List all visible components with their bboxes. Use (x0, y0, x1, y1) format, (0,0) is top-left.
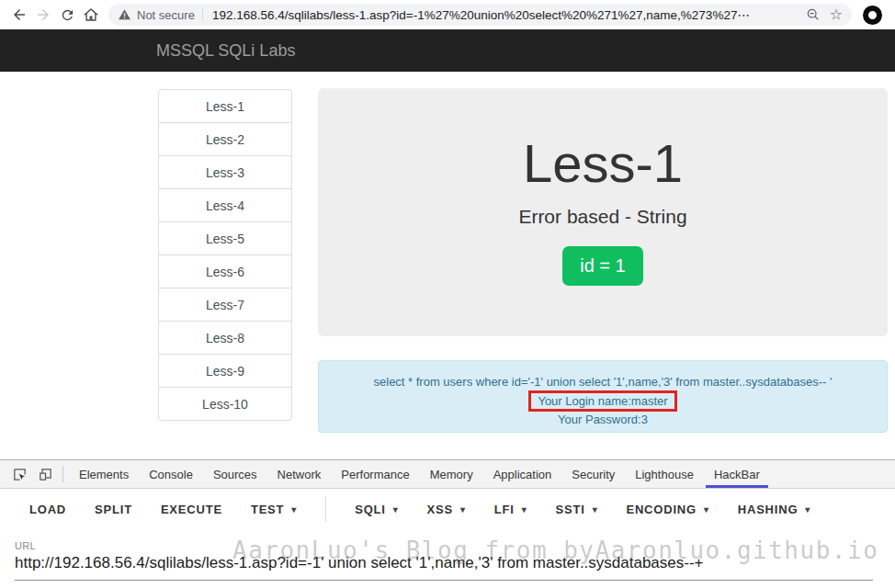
chevron-down-icon: ▾ (522, 504, 527, 514)
tab-console[interactable]: Console (139, 460, 203, 488)
url-text: 192.168.56.4/sqlilabs/less-1.asp?id=-1%2… (212, 7, 797, 22)
tab-application[interactable]: Application (483, 460, 562, 488)
forward-icon[interactable] (31, 3, 55, 27)
chevron-down-icon: ▾ (460, 504, 466, 514)
hackbar-toolbar: LOADSPLITEXECUTETEST▾SQLI▾XSS▾LFI▾SSTI▾E… (0, 489, 895, 529)
chevron-down-icon: ▾ (704, 504, 709, 514)
reload-icon[interactable] (55, 3, 79, 27)
tabbar-divider (62, 466, 63, 482)
tab-hackbar[interactable]: HackBar (704, 460, 770, 488)
chevron-down-icon: ▾ (805, 504, 810, 514)
login-annotation-box: Your Login name:master (528, 390, 676, 412)
hackbar-button-encoding[interactable]: ENCODING▾ (626, 503, 708, 516)
site-navbar: MSSQL SQLi Labs (0, 29, 895, 72)
inspect-element-icon[interactable] (7, 463, 31, 485)
url-field-label: URL (15, 540, 873, 551)
lesson-panel: Less-1 Error based - String id = 1 (318, 88, 888, 336)
browser-window: Not secure 192.168.56.4/sqlilabs/less-1.… (0, 0, 895, 588)
sidebar-item-less-7[interactable]: Less-7 (158, 288, 292, 322)
sidebar-item-less-3[interactable]: Less-3 (158, 155, 292, 189)
back-icon[interactable] (7, 3, 31, 27)
devtools-tabs: ElementsConsoleSourcesNetworkPerformance… (69, 460, 770, 488)
sidebar-item-less-2[interactable]: Less-2 (158, 122, 292, 156)
device-toolbar-icon[interactable] (33, 463, 57, 485)
not-secure-warning-icon (118, 8, 131, 21)
sidebar-item-less-8[interactable]: Less-8 (158, 321, 292, 355)
sidebar-item-less-1[interactable]: Less-1 (158, 89, 292, 123)
sidebar-item-less-6[interactable]: Less-6 (158, 254, 292, 288)
devtools-tabbar: ElementsConsoleSourcesNetworkPerformance… (0, 460, 895, 489)
tab-elements[interactable]: Elements (69, 460, 139, 488)
devtools-panel: ElementsConsoleSourcesNetworkPerformance… (0, 459, 895, 588)
query-result-alert: select * from users where id='-1' union … (318, 360, 888, 433)
browser-toolbar: Not secure 192.168.56.4/sqlilabs/less-1.… (0, 0, 895, 29)
toolbar-divider (325, 496, 326, 522)
tab-performance[interactable]: Performance (331, 460, 419, 488)
hackbar-button-load[interactable]: LOAD (29, 503, 66, 516)
hackbar-button-ssti[interactable]: SSTI▾ (556, 503, 598, 516)
sidebar-item-less-4[interactable]: Less-4 (158, 188, 292, 222)
chip-divider (202, 8, 203, 21)
tab-memory[interactable]: Memory (420, 460, 483, 488)
hackbar-button-execute[interactable]: EXECUTE (161, 503, 222, 516)
tab-security[interactable]: Security (561, 460, 625, 488)
home-icon[interactable] (79, 3, 103, 27)
param-id-button[interactable]: id = 1 (562, 246, 642, 286)
lesson-subtitle: Error based - String (318, 206, 888, 228)
sidebar-item-less-5[interactable]: Less-5 (158, 221, 292, 255)
profile-avatar-icon[interactable] (863, 6, 882, 25)
chevron-down-icon: ▾ (593, 504, 598, 514)
tab-network[interactable]: Network (267, 460, 332, 488)
zoom-out-icon[interactable] (806, 7, 821, 22)
hackbar-url-area: URL http://192.168.56.4/sqlilabs/less-1.… (15, 540, 873, 581)
security-chip-label: Not secure (137, 8, 195, 22)
hackbar-url-input[interactable]: http://192.168.56.4/sqlilabs/less-1.asp?… (15, 554, 873, 581)
sql-query-line: select * from users where id='-1' union … (319, 374, 887, 390)
hackbar-button-lfi[interactable]: LFI▾ (494, 503, 527, 516)
sidebar-item-less-9[interactable]: Less-9 (158, 354, 292, 388)
hackbar-button-split[interactable]: SPLIT (95, 503, 132, 516)
tab-sources[interactable]: Sources (203, 460, 267, 488)
address-bar[interactable]: Not secure 192.168.56.4/sqlilabs/less-1.… (108, 4, 852, 26)
lesson-title: Less-1 (318, 134, 888, 193)
chevron-down-icon: ▾ (291, 504, 297, 514)
sidebar-item-less-10[interactable]: Less-10 (158, 387, 292, 421)
tab-lighthouse[interactable]: Lighthouse (625, 460, 704, 488)
hackbar-button-test[interactable]: TEST▾ (251, 503, 297, 516)
password-line: Your Password:3 (319, 412, 887, 427)
navbar-brand[interactable]: MSSQL SQLi Labs (156, 29, 295, 72)
hackbar-button-sqli[interactable]: SQLI▾ (355, 503, 398, 516)
bookmark-star-icon[interactable]: ☆ (830, 7, 843, 22)
chevron-down-icon: ▾ (393, 504, 399, 514)
hackbar-button-hashing[interactable]: HASHING▾ (738, 503, 810, 516)
lesson-sidebar: Less-1Less-2Less-3Less-4Less-5Less-6Less… (158, 89, 292, 421)
hackbar-button-xss[interactable]: XSS▾ (427, 503, 466, 516)
